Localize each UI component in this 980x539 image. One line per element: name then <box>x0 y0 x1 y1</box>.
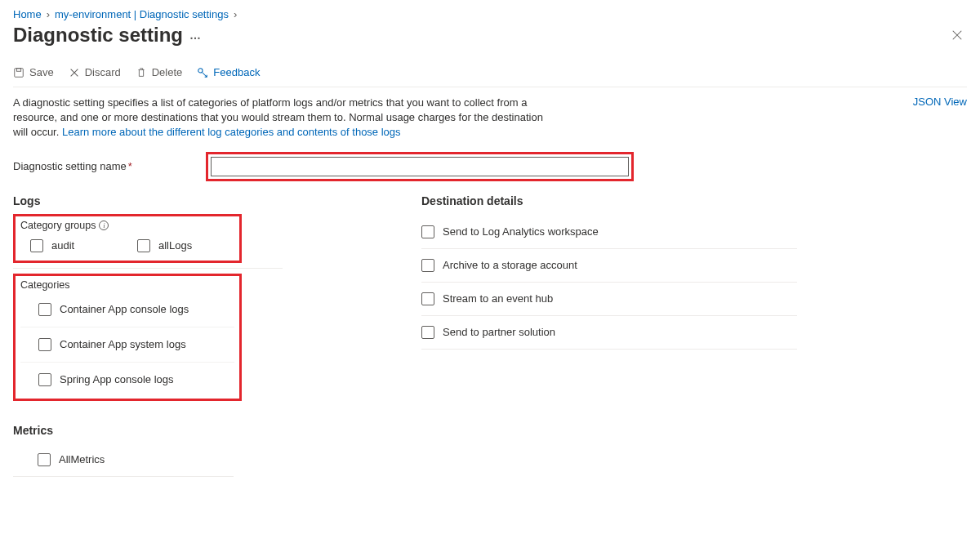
logs-heading: Logs <box>13 194 389 207</box>
info-icon[interactable]: i <box>99 220 109 230</box>
setting-name-label: Diagnostic setting name* <box>13 160 206 172</box>
checkbox-label: Stream to an event hub <box>443 292 553 305</box>
checkbox-icon[interactable] <box>137 239 150 252</box>
checkbox-label: Send to Log Analytics workspace <box>443 225 599 238</box>
discard-icon <box>69 67 80 78</box>
destination-heading: Destination details <box>421 194 813 207</box>
categories-highlight: Categories Container App console logs Co… <box>13 274 242 401</box>
checkbox-icon[interactable] <box>38 453 51 466</box>
svg-rect-1 <box>16 68 20 71</box>
save-icon <box>13 67 24 78</box>
checkbox-storage-account[interactable]: Archive to a storage account <box>421 249 797 283</box>
checkbox-label: Container App console logs <box>60 303 189 315</box>
more-actions-icon[interactable]: … <box>189 29 203 42</box>
checkbox-label: allLogs <box>158 239 192 252</box>
discard-button[interactable]: Discard <box>69 66 121 78</box>
breadcrumb: Home › my-environment | Diagnostic setti… <box>13 8 967 20</box>
close-button[interactable] <box>947 25 967 45</box>
checkbox-icon[interactable] <box>421 292 434 305</box>
save-label: Save <box>29 66 54 78</box>
learn-more-link[interactable]: Learn more about the different log categ… <box>62 126 401 138</box>
checkbox-icon[interactable] <box>38 338 51 351</box>
checkbox-label: AllMetrics <box>59 453 105 466</box>
svg-rect-0 <box>15 68 24 77</box>
category-groups-highlight: Category groups i audit allLogs <box>13 214 242 263</box>
checkbox-icon[interactable] <box>30 239 43 252</box>
checkbox-audit[interactable]: audit <box>20 236 127 259</box>
checkbox-label: Archive to a storage account <box>443 259 577 271</box>
checkbox-label: Spring App console logs <box>60 373 173 385</box>
checkbox-container-app-system-logs[interactable]: Container App system logs <box>20 327 234 363</box>
checkbox-container-app-console-logs[interactable]: Container App console logs <box>20 292 234 327</box>
page-title: Diagnostic setting … <box>13 24 203 47</box>
json-view-link[interactable]: JSON View <box>913 96 967 108</box>
checkbox-icon[interactable] <box>38 303 51 316</box>
checkbox-alllogs[interactable]: allLogs <box>127 236 234 259</box>
checkbox-partner-solution[interactable]: Send to partner solution <box>421 316 797 350</box>
metrics-heading: Metrics <box>13 424 389 437</box>
checkbox-allmetrics[interactable]: AllMetrics <box>13 443 234 477</box>
trash-icon <box>136 67 147 78</box>
svg-point-2 <box>198 68 203 72</box>
toolbar: Save Discard Delete Feedback <box>13 66 967 87</box>
checkbox-icon[interactable] <box>421 326 434 339</box>
discard-label: Discard <box>85 66 121 78</box>
breadcrumb-home[interactable]: Home <box>13 8 42 20</box>
checkbox-icon[interactable] <box>421 225 434 238</box>
description-text: A diagnostic setting specifies a list of… <box>13 96 552 140</box>
checkbox-icon[interactable] <box>38 373 51 386</box>
category-groups-title: Category groups i <box>20 220 234 231</box>
setting-name-input[interactable] <box>211 157 629 176</box>
save-button[interactable]: Save <box>13 66 54 78</box>
checkbox-spring-app-console-logs[interactable]: Spring App console logs <box>20 363 234 397</box>
close-icon <box>951 29 963 41</box>
breadcrumb-sep: › <box>234 8 237 20</box>
categories-title: Categories <box>20 279 234 291</box>
checkbox-log-analytics[interactable]: Send to Log Analytics workspace <box>421 216 797 249</box>
delete-label: Delete <box>152 66 183 78</box>
checkbox-label: Send to partner solution <box>443 326 555 338</box>
breadcrumb-env[interactable]: my-environment | Diagnostic settings <box>55 8 229 20</box>
setting-name-highlight <box>206 152 634 181</box>
checkbox-icon[interactable] <box>421 259 434 272</box>
feedback-button[interactable]: Feedback <box>197 66 260 78</box>
page-title-text: Diagnostic setting <box>13 24 183 47</box>
checkbox-label: audit <box>51 239 74 252</box>
feedback-icon <box>197 67 208 78</box>
checkbox-label: Container App system logs <box>60 338 186 350</box>
delete-button[interactable]: Delete <box>136 66 183 78</box>
required-indicator: * <box>128 160 132 172</box>
feedback-label: Feedback <box>213 66 260 78</box>
breadcrumb-sep: › <box>47 8 50 20</box>
checkbox-event-hub[interactable]: Stream to an event hub <box>421 283 797 316</box>
